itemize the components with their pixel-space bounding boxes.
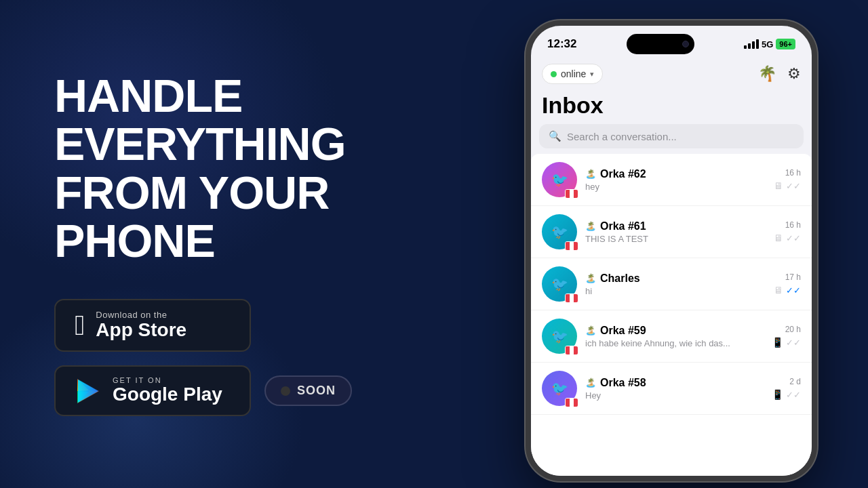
conv-status-59: 📱 ✓✓ bbox=[772, 337, 801, 348]
online-dot bbox=[551, 71, 557, 77]
phone-side-button-power bbox=[815, 134, 817, 188]
search-bar[interactable]: 🔍 Search a conversation... bbox=[539, 124, 804, 148]
conv-time-59: 20 h bbox=[785, 325, 801, 334]
app-store-small-text: Download on the bbox=[96, 310, 186, 320]
flag-orka-61 bbox=[565, 241, 578, 251]
search-placeholder: Search a conversation... bbox=[567, 131, 677, 142]
conv-name-62: Orka #62 bbox=[600, 168, 646, 180]
conversation-item-orka-59[interactable]: 🐦 🏝️ Orka #59 ich habe keine Ahnung, wie… bbox=[531, 310, 812, 363]
play-store-icon bbox=[76, 378, 100, 405]
conv-meta-62: 16 h 🖥 ✓✓ bbox=[774, 168, 801, 191]
headline-line3: FROM YOUR bbox=[54, 167, 329, 218]
conv-emoji-62: 🏝️ bbox=[585, 169, 596, 179]
google-play-button[interactable]: GET IT ON Google Play bbox=[54, 365, 251, 416]
chevron-down-icon: ▾ bbox=[590, 70, 594, 79]
phone-side-button-vol-down bbox=[526, 192, 528, 232]
apple-icon:  bbox=[75, 311, 85, 340]
store-buttons:  Download on the App Store bbox=[54, 299, 420, 416]
soon-label: SOON bbox=[297, 384, 336, 398]
conversation-item-charles[interactable]: 🐦 🏝️ Charles hi bbox=[531, 258, 812, 310]
battery-badge: 96+ bbox=[776, 39, 795, 49]
conv-time-charles: 17 h bbox=[785, 272, 801, 282]
headline-line1: HANDLE bbox=[54, 70, 242, 121]
conv-name-61: Orka #61 bbox=[600, 220, 646, 232]
conv-status-62: 🖥 ✓✓ bbox=[774, 180, 801, 191]
conversation-item-orka-61[interactable]: 🐦 🏝️ Orka #61 THIS IS A TEST bbox=[531, 206, 812, 258]
soon-badge: SOON bbox=[264, 375, 352, 406]
conv-time-62: 16 h bbox=[785, 168, 801, 178]
online-label: online bbox=[561, 68, 586, 79]
status-time: 12:32 bbox=[547, 37, 576, 51]
phone-side-button-vol-up bbox=[526, 141, 528, 182]
left-section: HANDLE EVERYTHING FROM YOUR PHONE  Down… bbox=[0, 0, 475, 488]
inbox-title: Inbox bbox=[531, 89, 812, 124]
online-badge[interactable]: online ▾ bbox=[542, 64, 603, 84]
conv-preview-charles: hi bbox=[585, 286, 766, 296]
conv-info-orka-61: 🏝️ Orka #61 THIS IS A TEST bbox=[585, 220, 766, 244]
conv-name-row-58: 🏝️ Orka #58 bbox=[585, 377, 764, 389]
flag-orka-58 bbox=[565, 398, 578, 407]
palm-tree-icon[interactable]: 🌴 bbox=[758, 65, 776, 83]
conv-preview-59: ich habe keine Ahnung, wie ich das... bbox=[585, 338, 764, 348]
conv-name-row-62: 🏝️ Orka #62 bbox=[585, 168, 766, 180]
device-icon-charles: 🖥 bbox=[774, 285, 783, 296]
conv-emoji-charles: 🏝️ bbox=[585, 273, 596, 283]
conv-name-row-charles: 🏝️ Charles bbox=[585, 272, 766, 285]
conv-name-row-61: 🏝️ Orka #61 bbox=[585, 220, 766, 232]
conv-name-58: Orka #58 bbox=[600, 377, 646, 389]
filter-icon[interactable]: ⚙ bbox=[787, 65, 801, 83]
conv-meta-61: 16 h 🖥 ✓✓ bbox=[774, 220, 801, 243]
app-store-text: Download on the App Store bbox=[96, 310, 186, 341]
avatar-orka-59: 🐦 bbox=[542, 319, 577, 354]
phone-side-button-mute bbox=[526, 107, 528, 131]
google-play-row: GET IT ON Google Play SOON bbox=[54, 365, 420, 416]
flag-orka-62 bbox=[565, 189, 578, 199]
conv-emoji-58: 🏝️ bbox=[585, 378, 596, 388]
conv-status-58: 📱 ✓✓ bbox=[772, 389, 801, 400]
play-icon-wrap bbox=[75, 378, 102, 405]
conv-status-61: 🖥 ✓✓ bbox=[774, 232, 801, 243]
status-bar: 12:32 5G 96+ bbox=[531, 26, 812, 58]
check-icon-59: ✓✓ bbox=[786, 338, 801, 348]
conv-status-charles: 🖥 ✓✓ bbox=[774, 285, 801, 296]
google-play-big-text: Google Play bbox=[113, 384, 222, 405]
conv-time-58: 2 d bbox=[789, 377, 801, 386]
signal-bars bbox=[744, 39, 759, 49]
dynamic-island bbox=[627, 34, 694, 54]
headline-line4: PHONE bbox=[54, 215, 215, 266]
search-icon: 🔍 bbox=[549, 130, 561, 142]
conversation-list: 🐦 🏝️ Orka #62 hey bbox=[531, 154, 812, 476]
check-icon-62: ✓✓ bbox=[786, 181, 801, 191]
island-camera bbox=[682, 41, 689, 47]
avatar-orka-58: 🐦 bbox=[542, 371, 577, 406]
app-header: online ▾ 🌴 ⚙ bbox=[531, 58, 812, 89]
status-right: 5G 96+ bbox=[744, 39, 795, 49]
device-icon-59: 📱 bbox=[772, 337, 783, 348]
conv-name-charles: Charles bbox=[600, 272, 640, 285]
header-icons: 🌴 ⚙ bbox=[758, 65, 801, 83]
conv-name-59: Orka #59 bbox=[600, 325, 646, 337]
conv-meta-59: 20 h 📱 ✓✓ bbox=[772, 325, 801, 348]
conversation-item-orka-58[interactable]: 🐦 🏝️ Orka #58 Hey bbox=[531, 363, 812, 415]
conv-emoji-59: 🏝️ bbox=[585, 325, 596, 336]
flag-charles bbox=[565, 293, 578, 303]
svg-marker-1 bbox=[78, 380, 98, 403]
conv-time-61: 16 h bbox=[785, 220, 801, 230]
soon-dot bbox=[281, 386, 290, 396]
app-store-big-text: App Store bbox=[96, 320, 186, 341]
headline-line2: EVERYTHING bbox=[54, 118, 346, 169]
right-section: 12:32 5G 96+ online bbox=[475, 0, 868, 488]
headline: HANDLE EVERYTHING FROM YOUR PHONE bbox=[54, 72, 420, 266]
app-store-button[interactable]:  Download on the App Store bbox=[54, 299, 251, 352]
app-content: online ▾ 🌴 ⚙ Inbox 🔍 Search a conversati… bbox=[531, 58, 812, 476]
avatar-orka-61: 🐦 bbox=[542, 214, 577, 249]
avatar-orka-62: 🐦 bbox=[542, 162, 577, 197]
device-icon-61: 🖥 bbox=[774, 232, 783, 243]
device-icon-58: 📱 bbox=[772, 389, 783, 400]
flag-orka-59 bbox=[565, 346, 578, 355]
google-play-text: GET IT ON Google Play bbox=[113, 376, 222, 405]
conv-info-orka-62: 🏝️ Orka #62 hey bbox=[585, 168, 766, 192]
phone-frame: 12:32 5G 96+ online bbox=[526, 20, 817, 481]
conv-info-orka-59: 🏝️ Orka #59 ich habe keine Ahnung, wie i… bbox=[585, 325, 764, 348]
conversation-item-orka-62[interactable]: 🐦 🏝️ Orka #62 hey bbox=[531, 154, 812, 206]
